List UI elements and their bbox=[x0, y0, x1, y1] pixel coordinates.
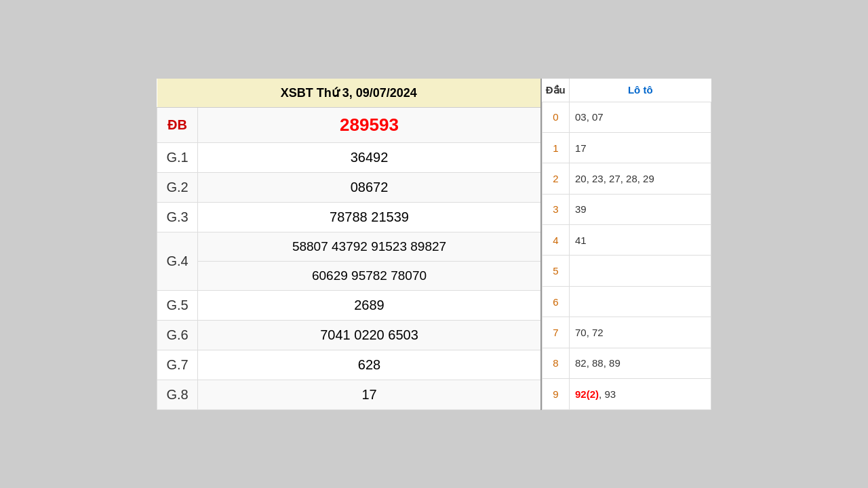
prize-values: 36492 bbox=[198, 142, 542, 172]
loto-row: 882, 88, 89 bbox=[542, 348, 711, 378]
prize-label: G.3 bbox=[157, 202, 198, 232]
prize-label: G.7 bbox=[157, 350, 198, 380]
loto-value: 17 bbox=[570, 132, 711, 163]
table-row: G.378788 21539 bbox=[157, 202, 542, 232]
prize-label: G.2 bbox=[157, 172, 198, 202]
loto-row: 220, 23, 27, 28, 29 bbox=[542, 163, 711, 194]
table-header: XSBT Thứ 3, 09/07/2024 bbox=[157, 79, 542, 108]
prize-values: 08672 bbox=[198, 172, 542, 202]
loto-value: 39 bbox=[570, 194, 711, 224]
loto-dau: 7 bbox=[542, 317, 570, 348]
loto-value: 41 bbox=[570, 225, 711, 256]
loto-value bbox=[570, 286, 711, 317]
loto-dau: 0 bbox=[542, 102, 570, 132]
loto-row: 117 bbox=[542, 132, 711, 163]
loto-dau: 8 bbox=[542, 348, 570, 378]
prize-values: 78788 21539 bbox=[198, 202, 542, 232]
prize-values: 17 bbox=[198, 380, 542, 409]
loto-special-value: 92(2) bbox=[575, 388, 599, 400]
loto-value: 70, 72 bbox=[570, 317, 711, 348]
prize-label: ĐB bbox=[157, 107, 198, 142]
prize-values-g4-row1: 58807 43792 91523 89827 bbox=[198, 232, 542, 261]
loto-row: 441 bbox=[542, 225, 711, 256]
loto-row: 339 bbox=[542, 194, 711, 224]
loto-row: 5 bbox=[542, 256, 711, 286]
prize-label: G.1 bbox=[157, 142, 198, 172]
loto-row: 003, 07 bbox=[542, 102, 711, 132]
table-row: G.67041 0220 6503 bbox=[157, 320, 542, 350]
prize-values: 628 bbox=[198, 350, 542, 380]
loto-dau: 9 bbox=[542, 379, 570, 409]
prize-label: G.8 bbox=[157, 380, 198, 409]
prize-values: 2689 bbox=[198, 290, 542, 320]
prize-label: G.6 bbox=[157, 320, 198, 350]
lottery-table: XSBT Thứ 3, 09/07/2024 ĐB289593G.136492G… bbox=[157, 79, 542, 410]
loto-row: 770, 72 bbox=[542, 317, 711, 348]
prize-values: 289593 bbox=[198, 107, 542, 142]
prize-values: 7041 0220 6503 bbox=[198, 320, 542, 350]
prize-label: G.5 bbox=[157, 290, 198, 320]
table-row: G.136492 bbox=[157, 142, 542, 172]
loto-dau: 4 bbox=[542, 225, 570, 256]
loto-value bbox=[570, 256, 711, 286]
loto-value: 92(2), 93 bbox=[570, 379, 711, 409]
loto-row: 6 bbox=[542, 286, 711, 317]
table-row: G.7628 bbox=[157, 350, 542, 380]
loto-dau: 3 bbox=[542, 194, 570, 224]
loto-value: 82, 88, 89 bbox=[570, 348, 711, 378]
table-row: G.817 bbox=[157, 380, 542, 409]
table-row: G.52689 bbox=[157, 290, 542, 320]
loto-value: 03, 07 bbox=[570, 102, 711, 132]
table-row: ĐB289593 bbox=[157, 107, 542, 142]
loto-table: Đầu Lô tô 003, 07117220, 23, 27, 28, 293… bbox=[542, 79, 711, 410]
main-container: XSBT Thứ 3, 09/07/2024 ĐB289593G.136492G… bbox=[156, 78, 712, 411]
prize-values-g4-row2: 60629 95782 78070 bbox=[198, 261, 542, 290]
prize-label-g4: G.4 bbox=[157, 232, 198, 290]
loto-dau: 1 bbox=[542, 132, 570, 163]
loto-dau: 6 bbox=[542, 286, 570, 317]
dau-header: Đầu bbox=[542, 79, 570, 102]
loto-row: 992(2), 93 bbox=[542, 379, 711, 409]
table-row: G.208672 bbox=[157, 172, 542, 202]
loto-dau: 2 bbox=[542, 163, 570, 194]
loto-dau: 5 bbox=[542, 256, 570, 286]
loto-header: Lô tô bbox=[570, 79, 711, 102]
loto-value: 20, 23, 27, 28, 29 bbox=[570, 163, 711, 194]
